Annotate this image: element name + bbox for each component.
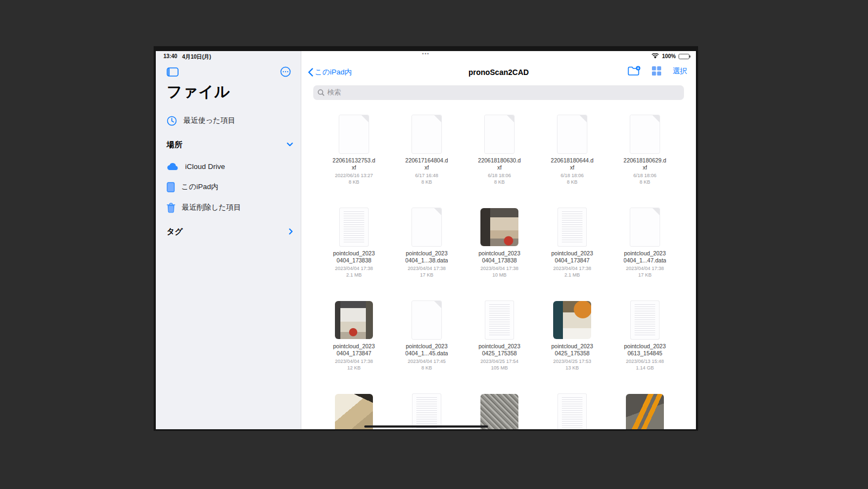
file-card[interactable]: pointcloud_2023 0404_1...38.data 2023/04… <box>390 198 463 291</box>
file-card[interactable]: pointcloud_2023 0404_173838 2023/04/04 1… <box>463 198 536 291</box>
file-thumbnail <box>480 208 518 246</box>
file-size: 8 KB <box>421 365 432 371</box>
file-name-line1: pointcloud_2023 <box>406 250 447 257</box>
file-name-line1: pointcloud_2023 <box>333 250 375 257</box>
sidebar-section-tags[interactable]: タグ <box>167 225 293 238</box>
ipad-screen: 13:40 4月10日(月) ••• 100% ファイル 最近使った項目 場所 <box>154 46 698 431</box>
file-name-line2: 0404_1...47.data <box>624 257 667 264</box>
new-folder-icon[interactable] <box>628 66 641 76</box>
file-thumbnail <box>339 115 369 153</box>
file-size: 17 KB <box>638 272 652 278</box>
file-card[interactable]: pointcloud_2023 0425_175358 2023/04/25 1… <box>536 291 609 384</box>
file-card[interactable] <box>609 384 681 431</box>
file-name-line1: pointcloud_2023 <box>333 343 375 350</box>
more-options-icon[interactable] <box>280 66 291 77</box>
file-name-line1: pointcloud_2023 <box>624 250 666 257</box>
file-card[interactable]: pointcloud_2023 0404_1...47.data 2023/04… <box>609 198 681 291</box>
search-input[interactable]: 検索 <box>313 85 684 100</box>
file-card[interactable]: pointcloud_2023 0404_1...45.data 2023/04… <box>390 291 463 384</box>
file-card[interactable]: pointcloud_2023 0613_154845 2023/06/13 1… <box>609 291 681 384</box>
file-name-line2: 0404_1...38.data <box>406 257 448 264</box>
file-name-line2: 0425_175358 <box>555 350 590 357</box>
file-name-line1: pointcloud_2023 <box>478 250 520 257</box>
file-thumbnail <box>631 301 659 339</box>
file-name-line1: 220616132753.d <box>333 157 376 164</box>
section-label: 場所 <box>167 140 182 150</box>
file-card[interactable]: pointcloud_2023 0425_175358 2023/04/25 1… <box>463 291 536 384</box>
file-name-line2: 0404_173838 <box>482 257 517 264</box>
sidebar-item-this-ipad[interactable]: このiPad内 <box>167 179 293 195</box>
file-name-line2: 0425_175358 <box>482 350 517 357</box>
file-size: 13 KB <box>566 365 579 371</box>
sidebar-item-label: 最近削除した項目 <box>182 203 241 212</box>
file-size: 105 MB <box>491 365 508 371</box>
file-card[interactable]: 220618180644.d xf 6/18 18:06 8 KB <box>536 105 609 198</box>
home-indicator[interactable] <box>364 425 488 428</box>
file-thumbnail <box>630 208 660 246</box>
file-date: 2023/06/13 15:48 <box>626 359 664 364</box>
file-date: 2023/04/04 17:38 <box>335 266 373 271</box>
file-size: 2.1 MB <box>346 272 362 278</box>
file-name-line2: xf <box>643 164 647 171</box>
file-card[interactable] <box>390 384 463 431</box>
file-grid: 220616132753.d xf 2022/06/16 13:27 8 KB … <box>318 105 681 431</box>
file-date: 2023/04/04 17:38 <box>335 359 373 364</box>
file-card[interactable]: pointcloud_2023 0404_173847 2023/04/04 1… <box>536 198 609 291</box>
tablet-icon <box>167 182 175 192</box>
status-bar-right: 100% <box>651 53 689 59</box>
file-size: 2.1 MB <box>565 272 580 278</box>
file-size: 12 KB <box>347 365 361 371</box>
status-time: 13:40 <box>163 53 178 61</box>
file-thumbnail <box>335 301 373 339</box>
file-card[interactable]: 220618180629.d xf 6/18 18:06 8 KB <box>609 105 681 198</box>
file-card[interactable] <box>318 384 390 431</box>
file-size: 8 KB <box>639 179 650 185</box>
file-size: 8 KB <box>567 179 578 185</box>
file-thumbnail <box>485 301 514 339</box>
toolbar-actions: 選択 <box>628 66 687 76</box>
file-date: 2023/04/04 17:38 <box>480 266 518 271</box>
file-card[interactable]: 220616132753.d xf 2022/06/16 13:27 8 KB <box>318 105 390 198</box>
sidebar-item-recents[interactable]: 最近使った項目 <box>167 113 293 128</box>
search-placeholder: 検索 <box>327 88 341 97</box>
file-date: 2023/04/04 17:38 <box>626 266 664 271</box>
battery-icon <box>679 54 689 59</box>
file-card[interactable] <box>536 384 609 431</box>
file-name-line1: 220617164804.d <box>406 157 448 164</box>
status-bar-left: 13:40 4月10日(月) <box>163 53 211 61</box>
file-card[interactable]: pointcloud_2023 0404_173838 2023/04/04 1… <box>318 198 390 291</box>
view-options-grid-icon[interactable] <box>651 66 662 76</box>
sidebar-item-icloud-drive[interactable]: iCloud Drive <box>167 159 293 174</box>
multitask-indicator[interactable]: ••• <box>422 51 430 57</box>
file-name-line2: xf <box>425 164 429 171</box>
file-name-line2: 0404_173838 <box>337 257 371 264</box>
file-date: 6/18 18:06 <box>488 173 511 178</box>
file-card[interactable]: pointcloud_2023 0404_173847 2023/04/04 1… <box>318 291 390 384</box>
battery-percent: 100% <box>662 53 676 59</box>
file-thumbnail <box>558 394 586 431</box>
sidebar-item-recently-deleted[interactable]: 最近削除した項目 <box>167 200 293 215</box>
file-name-line1: pointcloud_2023 <box>624 343 666 350</box>
file-date: 2023/04/04 17:38 <box>408 266 446 271</box>
file-thumbnail <box>630 115 660 153</box>
file-thumbnail <box>485 115 514 153</box>
sidebar-item-label: iCloud Drive <box>185 162 225 171</box>
clock-icon <box>167 116 177 126</box>
file-name-line1: pointcloud_2023 <box>406 343 447 350</box>
file-name-line2: xf <box>497 164 502 171</box>
file-date: 6/18 18:06 <box>561 173 584 178</box>
file-card[interactable]: 220618180630.d xf 6/18 18:06 8 KB <box>463 105 536 198</box>
trash-icon <box>167 203 175 213</box>
file-card[interactable]: 220617164804.d xf 6/17 16:48 8 KB <box>390 105 463 198</box>
sidebar-section-locations[interactable]: 場所 <box>167 138 293 151</box>
file-name-line1: pointcloud_2023 <box>551 250 593 257</box>
sidebar-toggle-icon[interactable] <box>167 67 179 77</box>
file-name-line1: 220618180629.d <box>624 157 667 164</box>
chevron-down-icon <box>287 142 293 147</box>
select-button[interactable]: 選択 <box>673 66 687 76</box>
file-card[interactable] <box>463 384 536 431</box>
file-name-line2: 0404_1...45.data <box>406 350 448 357</box>
file-name-line1: 220618180630.d <box>478 157 521 164</box>
sidebar: ファイル 最近使った項目 場所 iCloud Drive このiPad内 <box>156 51 301 429</box>
file-name-line1: pointcloud_2023 <box>551 343 593 350</box>
